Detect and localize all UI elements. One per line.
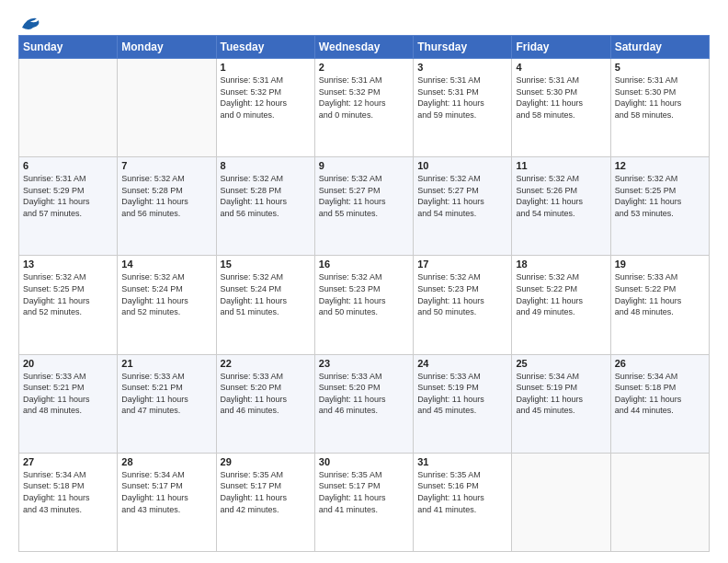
day-number: 28 (121, 456, 211, 467)
day-number: 9 (319, 160, 409, 171)
day-number: 3 (417, 62, 507, 73)
calendar-cell: 27Sunrise: 5:34 AMSunset: 5:18 PMDayligh… (19, 453, 118, 551)
calendar-cell (118, 59, 216, 157)
day-number: 4 (516, 62, 606, 73)
day-number: 5 (615, 62, 705, 73)
calendar-cell: 18Sunrise: 5:32 AMSunset: 5:22 PMDayligh… (512, 256, 610, 354)
day-info: Sunrise: 5:33 AMSunset: 5:20 PMDaylight:… (221, 371, 311, 417)
day-number: 14 (121, 259, 211, 270)
calendar-week-5: 27Sunrise: 5:34 AMSunset: 5:18 PMDayligh… (19, 453, 710, 551)
day-info: Sunrise: 5:32 AMSunset: 5:24 PMDaylight:… (221, 271, 311, 317)
day-number: 22 (221, 358, 311, 369)
calendar-cell: 15Sunrise: 5:32 AMSunset: 5:24 PMDayligh… (216, 256, 314, 354)
day-number: 31 (417, 456, 507, 467)
calendar-cell: 24Sunrise: 5:33 AMSunset: 5:19 PMDayligh… (414, 354, 512, 453)
day-info: Sunrise: 5:32 AMSunset: 5:27 PMDaylight:… (319, 173, 409, 219)
calendar-header-saturday: Saturday (610, 36, 709, 59)
calendar-week-1: 1Sunrise: 5:31 AMSunset: 5:32 PMDaylight… (19, 59, 710, 157)
calendar-cell: 8Sunrise: 5:32 AMSunset: 5:28 PMDaylight… (216, 157, 314, 256)
page: SundayMondayTuesdayWednesdayThursdayFrid… (0, 0, 728, 563)
day-info: Sunrise: 5:33 AMSunset: 5:22 PMDaylight:… (615, 271, 705, 317)
calendar-cell: 6Sunrise: 5:31 AMSunset: 5:29 PMDaylight… (19, 157, 118, 256)
calendar-week-2: 6Sunrise: 5:31 AMSunset: 5:29 PMDaylight… (19, 157, 710, 256)
calendar-cell: 30Sunrise: 5:35 AMSunset: 5:17 PMDayligh… (314, 453, 413, 551)
day-number: 17 (417, 259, 507, 270)
calendar-header-tuesday: Tuesday (216, 36, 314, 59)
day-info: Sunrise: 5:32 AMSunset: 5:25 PMDaylight:… (23, 271, 113, 317)
logo-text (18, 15, 40, 31)
calendar-cell: 31Sunrise: 5:35 AMSunset: 5:16 PMDayligh… (414, 453, 512, 551)
calendar-cell: 10Sunrise: 5:32 AMSunset: 5:27 PMDayligh… (414, 157, 512, 256)
day-number: 13 (23, 259, 113, 270)
day-info: Sunrise: 5:32 AMSunset: 5:24 PMDaylight:… (121, 271, 211, 317)
calendar-header-monday: Monday (118, 36, 216, 59)
calendar-cell: 12Sunrise: 5:32 AMSunset: 5:25 PMDayligh… (610, 157, 709, 256)
calendar-cell (610, 453, 709, 551)
day-number: 26 (615, 358, 705, 369)
day-number: 24 (417, 358, 507, 369)
day-info: Sunrise: 5:31 AMSunset: 5:30 PMDaylight:… (615, 75, 705, 121)
header (18, 15, 710, 28)
calendar-header-friday: Friday (512, 36, 610, 59)
day-info: Sunrise: 5:31 AMSunset: 5:30 PMDaylight:… (516, 75, 606, 121)
calendar-cell (512, 453, 610, 551)
day-number: 25 (516, 358, 606, 369)
day-info: Sunrise: 5:33 AMSunset: 5:21 PMDaylight:… (121, 371, 211, 417)
day-info: Sunrise: 5:33 AMSunset: 5:20 PMDaylight:… (319, 371, 409, 417)
calendar-cell (19, 59, 118, 157)
day-info: Sunrise: 5:35 AMSunset: 5:17 PMDaylight:… (319, 469, 409, 515)
calendar-cell: 23Sunrise: 5:33 AMSunset: 5:20 PMDayligh… (314, 354, 413, 453)
calendar-cell: 17Sunrise: 5:32 AMSunset: 5:23 PMDayligh… (414, 256, 512, 354)
calendar-header-row: SundayMondayTuesdayWednesdayThursdayFrid… (19, 36, 710, 59)
calendar-cell: 2Sunrise: 5:31 AMSunset: 5:32 PMDaylight… (314, 59, 413, 157)
calendar-cell: 4Sunrise: 5:31 AMSunset: 5:30 PMDaylight… (512, 59, 610, 157)
day-number: 2 (319, 62, 409, 73)
day-number: 8 (221, 160, 311, 171)
day-number: 23 (319, 358, 409, 369)
calendar-week-3: 13Sunrise: 5:32 AMSunset: 5:25 PMDayligh… (19, 256, 710, 354)
calendar-table: SundayMondayTuesdayWednesdayThursdayFrid… (18, 35, 710, 552)
day-info: Sunrise: 5:33 AMSunset: 5:21 PMDaylight:… (23, 371, 113, 417)
calendar-header-wednesday: Wednesday (314, 36, 413, 59)
logo (18, 15, 40, 28)
calendar-cell: 7Sunrise: 5:32 AMSunset: 5:28 PMDaylight… (118, 157, 216, 256)
day-info: Sunrise: 5:35 AMSunset: 5:17 PMDaylight:… (221, 469, 311, 515)
day-number: 27 (23, 456, 113, 467)
day-info: Sunrise: 5:34 AMSunset: 5:18 PMDaylight:… (615, 371, 705, 417)
calendar-week-4: 20Sunrise: 5:33 AMSunset: 5:21 PMDayligh… (19, 354, 710, 453)
day-number: 30 (319, 456, 409, 467)
calendar-cell: 16Sunrise: 5:32 AMSunset: 5:23 PMDayligh… (314, 256, 413, 354)
day-info: Sunrise: 5:31 AMSunset: 5:32 PMDaylight:… (319, 75, 409, 121)
day-info: Sunrise: 5:31 AMSunset: 5:32 PMDaylight:… (221, 75, 311, 121)
day-number: 29 (221, 456, 311, 467)
day-info: Sunrise: 5:32 AMSunset: 5:28 PMDaylight:… (121, 173, 211, 219)
day-info: Sunrise: 5:32 AMSunset: 5:23 PMDaylight:… (319, 271, 409, 317)
day-info: Sunrise: 5:34 AMSunset: 5:17 PMDaylight:… (121, 469, 211, 515)
day-info: Sunrise: 5:32 AMSunset: 5:26 PMDaylight:… (516, 173, 606, 219)
calendar-cell: 9Sunrise: 5:32 AMSunset: 5:27 PMDaylight… (314, 157, 413, 256)
logo-bird-icon (20, 15, 40, 31)
day-info: Sunrise: 5:32 AMSunset: 5:28 PMDaylight:… (221, 173, 311, 219)
day-number: 15 (221, 259, 311, 270)
calendar-header-sunday: Sunday (19, 36, 118, 59)
calendar-cell: 22Sunrise: 5:33 AMSunset: 5:20 PMDayligh… (216, 354, 314, 453)
day-info: Sunrise: 5:33 AMSunset: 5:19 PMDaylight:… (417, 371, 507, 417)
calendar-cell: 28Sunrise: 5:34 AMSunset: 5:17 PMDayligh… (118, 453, 216, 551)
calendar-cell: 29Sunrise: 5:35 AMSunset: 5:17 PMDayligh… (216, 453, 314, 551)
day-info: Sunrise: 5:32 AMSunset: 5:25 PMDaylight:… (615, 173, 705, 219)
day-info: Sunrise: 5:34 AMSunset: 5:19 PMDaylight:… (516, 371, 606, 417)
day-info: Sunrise: 5:35 AMSunset: 5:16 PMDaylight:… (417, 469, 507, 515)
calendar-cell: 11Sunrise: 5:32 AMSunset: 5:26 PMDayligh… (512, 157, 610, 256)
day-number: 21 (121, 358, 211, 369)
calendar-cell: 19Sunrise: 5:33 AMSunset: 5:22 PMDayligh… (610, 256, 709, 354)
calendar-cell: 25Sunrise: 5:34 AMSunset: 5:19 PMDayligh… (512, 354, 610, 453)
day-number: 6 (23, 160, 113, 171)
day-number: 11 (516, 160, 606, 171)
calendar-cell: 21Sunrise: 5:33 AMSunset: 5:21 PMDayligh… (118, 354, 216, 453)
calendar-cell: 13Sunrise: 5:32 AMSunset: 5:25 PMDayligh… (19, 256, 118, 354)
day-number: 10 (417, 160, 507, 171)
day-info: Sunrise: 5:31 AMSunset: 5:29 PMDaylight:… (23, 173, 113, 219)
day-info: Sunrise: 5:32 AMSunset: 5:27 PMDaylight:… (417, 173, 507, 219)
calendar-cell: 26Sunrise: 5:34 AMSunset: 5:18 PMDayligh… (610, 354, 709, 453)
day-number: 20 (23, 358, 113, 369)
